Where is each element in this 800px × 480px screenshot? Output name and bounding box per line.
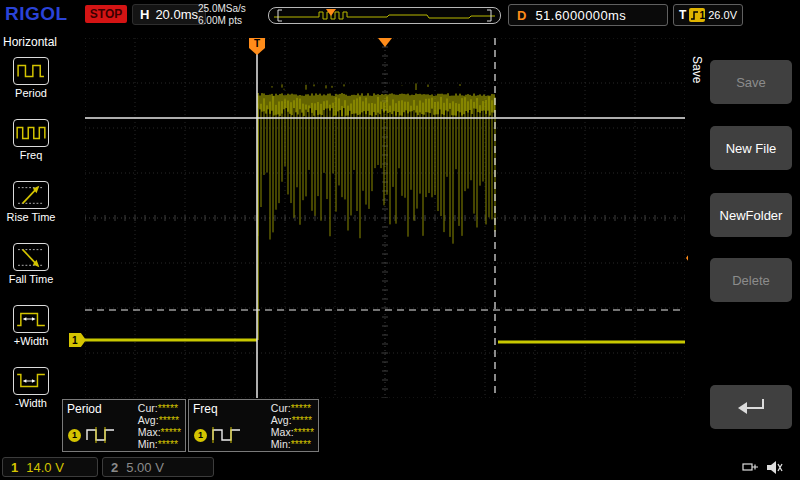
memory-depth: 6.00M pts <box>198 15 246 27</box>
measurement-box-period: Period 1 Cur:***** Avg:***** Max:***** M… <box>62 399 186 452</box>
horizontal-timebase-readout: H 20.0ms <box>132 4 206 25</box>
rise-time-icon <box>13 181 49 209</box>
channel-1-scale: 14.0 V <box>26 460 64 475</box>
acquisition-readout: 25.0MSa/s 6.00M pts <box>198 3 246 27</box>
measurement-source-row: 1 <box>194 426 245 444</box>
trigger-source-number: 1 <box>700 10 706 21</box>
measurement-name: Freq <box>193 402 218 416</box>
menu-tab-save: Save <box>690 56 704 83</box>
menu-button-back[interactable] <box>710 385 792 429</box>
channel-1-offset-marker: 1 <box>69 333 86 347</box>
sample-rate: 25.0MSa/s <box>198 3 246 15</box>
sidebar-item-rise-time[interactable]: Rise Time <box>7 181 56 223</box>
channel-2-status[interactable]: 2 5.00 V <box>102 457 214 477</box>
sidebar-item-label: Rise Time <box>7 211 56 223</box>
svg-text:T: T <box>254 38 260 49</box>
sidebar-item-label: -Width <box>15 397 47 409</box>
rigol-logo: RIGOL <box>5 3 68 25</box>
top-bar: RIGOL STOP H 20.0ms 25.0MSa/s 6.00M pts … <box>0 0 800 30</box>
menu-button-save[interactable]: Save <box>710 60 792 104</box>
plus-width-icon <box>13 305 49 333</box>
return-arrow-icon <box>734 396 768 418</box>
measurement-box-freq: Freq 1 Cur:***** Avg:***** Max:***** Min… <box>188 399 319 452</box>
channel-2-scale: 5.00 V <box>126 460 164 475</box>
delay-value: 51.6000000ms <box>535 8 626 23</box>
usb-icon <box>742 460 760 474</box>
speaker-icon <box>766 460 784 475</box>
sidebar-item-label: Freq <box>20 149 43 161</box>
channel-2-number: 2 <box>111 460 118 475</box>
sidebar-item-label: Period <box>15 87 47 99</box>
freq-waveform-icon <box>211 426 245 444</box>
sidebar-item-label: Fall Time <box>9 273 54 285</box>
channel-1-number: 1 <box>11 460 18 475</box>
period-icon <box>13 57 49 85</box>
bottom-bar: 1 14.0 V 2 5.00 V <box>0 455 800 480</box>
sidebar-item-period[interactable]: Period <box>13 57 49 99</box>
fall-time-icon <box>13 243 49 271</box>
trigger-label: T <box>679 8 686 22</box>
left-sidebar: Horizontal Period Freq <box>0 30 62 455</box>
horizontal-label: H <box>140 7 149 22</box>
sidebar-item-plus-width[interactable]: +Width <box>13 305 49 347</box>
sidebar-item-fall-time[interactable]: Fall Time <box>9 243 54 285</box>
right-menu: Save Save New File NewFolder Delete <box>688 30 800 455</box>
trigger-source-badge: 1 <box>689 8 705 22</box>
trigger-edge-icon <box>690 10 699 21</box>
minus-width-icon <box>13 367 49 395</box>
channel-1-badge: 1 <box>68 429 81 442</box>
measurement-values: Cur:***** Avg:***** Max:***** Min:***** <box>138 402 181 450</box>
channel-1-status[interactable]: 1 14.0 V <box>2 457 98 477</box>
sidebar-item-minus-width[interactable]: -Width <box>13 367 49 409</box>
oscilloscope-screen: RIGOL STOP H 20.0ms 25.0MSa/s 6.00M pts … <box>0 0 800 480</box>
timebase-value: 20.0ms <box>155 7 198 22</box>
sidebar-item-freq[interactable]: Freq <box>13 119 49 161</box>
menu-button-delete[interactable]: Delete <box>710 258 792 302</box>
delay-label: D <box>517 8 526 23</box>
run-state-badge[interactable]: STOP <box>85 5 127 23</box>
waveform-preview-strip <box>268 7 501 24</box>
sidebar-item-label: +Width <box>14 335 49 347</box>
measure-items: Period Freq Rise Time <box>0 49 62 409</box>
channel-1-badge: 1 <box>194 429 207 442</box>
trigger-readout: T 1 26.0V <box>673 4 743 26</box>
preview-waveform-icon <box>269 8 500 23</box>
trigger-level-value: 26.0V <box>708 9 737 21</box>
measurement-name: Period <box>67 402 102 416</box>
period-waveform-icon <box>85 426 119 444</box>
freq-icon <box>13 119 49 147</box>
measurement-source-row: 1 <box>68 426 119 444</box>
menu-button-new-file[interactable]: New File <box>710 126 792 170</box>
sidebar-title: Horizontal <box>0 30 62 49</box>
measurement-values: Cur:***** Avg:***** Max:***** Min:***** <box>271 402 314 450</box>
graticule: T <box>85 38 685 398</box>
menu-button-new-folder[interactable]: NewFolder <box>710 193 792 237</box>
delay-readout: D 51.6000000ms <box>508 4 668 26</box>
